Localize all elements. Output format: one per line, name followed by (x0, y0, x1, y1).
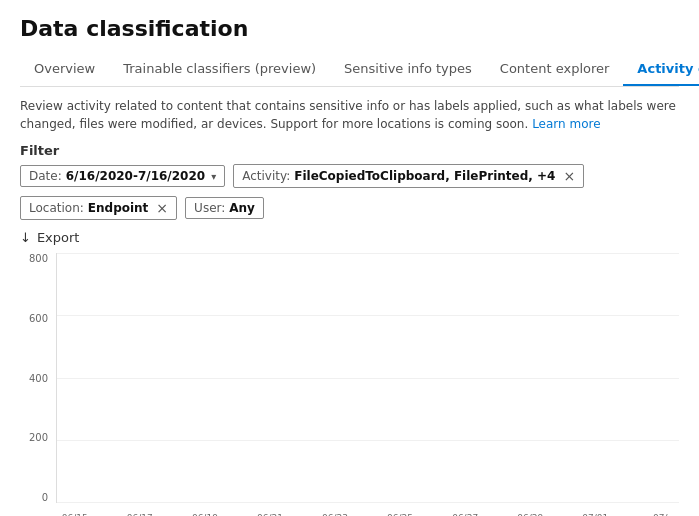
y-label: 800 (29, 253, 48, 264)
chip-value-location: Endpoint (88, 201, 149, 215)
chip-label-activity: Activity: (242, 169, 290, 183)
filter-label: Filter (20, 143, 679, 158)
tab-content[interactable]: Content explorer (486, 53, 624, 86)
page-description: Review activity related to content that … (20, 97, 679, 133)
filter-chip-location[interactable]: Location: Endpoint× (20, 196, 177, 220)
filter-chips: Date: 6/16/2020-7/16/2020▾Activity: File… (20, 164, 679, 220)
bars-container (57, 253, 679, 502)
y-label: 600 (29, 313, 48, 324)
chip-value-activity: FileCopiedToClipboard, FilePrinted, +4 (294, 169, 555, 183)
y-label: 0 (42, 492, 48, 503)
chip-value-date: 6/16/2020-7/16/2020 (66, 169, 205, 183)
chip-label-location: Location: (29, 201, 84, 215)
page-title: Data classification (20, 16, 679, 41)
chip-label-date: Date: (29, 169, 62, 183)
tab-bar: OverviewTrainable classifiers (preview)S… (20, 53, 679, 87)
export-label: Export (37, 230, 80, 245)
y-label: 400 (29, 373, 48, 384)
chip-label-user: User: (194, 201, 225, 215)
tab-activity[interactable]: Activity explorer (623, 53, 699, 86)
tab-sensitive[interactable]: Sensitive info types (330, 53, 486, 86)
tab-overview[interactable]: Overview (20, 53, 109, 86)
x-labels: 06/1506/1706/1906/2106/2306/2506/2706/29… (56, 503, 679, 516)
y-label: 200 (29, 432, 48, 443)
chip-chevron-date: ▾ (211, 171, 216, 182)
export-button[interactable]: ↓ Export (20, 230, 679, 245)
tab-trainable[interactable]: Trainable classifiers (preview) (109, 53, 330, 86)
page-container: Data classification OverviewTrainable cl… (0, 0, 699, 516)
learn-more-link[interactable]: Learn more (532, 117, 600, 131)
chip-value-user: Any (229, 201, 255, 215)
chart-area: 8006004002000 06/1506/1706/1906/2106/230… (20, 253, 679, 516)
chart-inner (56, 253, 679, 503)
filter-chip-activity[interactable]: Activity: FileCopiedToClipboard, FilePri… (233, 164, 584, 188)
chart-y-labels: 8006004002000 (20, 253, 52, 503)
chip-close-location[interactable]: × (156, 200, 168, 216)
export-icon: ↓ (20, 230, 31, 245)
filter-chip-user[interactable]: User: Any (185, 197, 264, 219)
filter-chip-date[interactable]: Date: 6/16/2020-7/16/2020▾ (20, 165, 225, 187)
chip-close-activity[interactable]: × (563, 168, 575, 184)
